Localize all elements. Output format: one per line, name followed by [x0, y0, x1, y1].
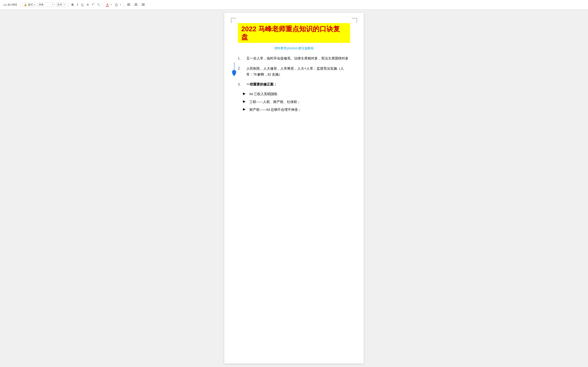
bullet-text-1: 04 三权入宪唱国歌 [250, 91, 277, 97]
divider-4 [124, 2, 124, 7]
format-label: 格式 [28, 3, 33, 6]
format-dropdown[interactable]: 🔒 格式 ▼ [23, 2, 36, 7]
svg-marker-0 [115, 3, 118, 6]
highlight-button[interactable] [114, 2, 119, 7]
align-left-button[interactable] [126, 2, 132, 7]
bullet-arrow-1: ▶ [243, 91, 248, 96]
format-chevron-icon: ▼ [33, 4, 35, 6]
list-content-3: 一些重要的修正案： [246, 81, 350, 87]
list-item: 2. 人民制宪，人大修宪，人常释宪，人大+人常：监督宪法实施（人常：78 解释，… [238, 65, 350, 77]
plus-sign: + [304, 66, 306, 70]
corner-bracket-tr [352, 18, 357, 23]
font-color-group: A ▼ [105, 2, 112, 7]
bullet-list: ▶ 04 三权入宪唱国歌 ▶ 三权——人权、财产权、社保权； ▶ 财产权——04… [243, 91, 350, 112]
divider-3 [103, 2, 103, 7]
list-num-2: 2. [238, 65, 246, 77]
list-num-3: 3. [238, 81, 246, 87]
book-icon: 📖 [3, 3, 7, 6]
font-size-label: 五号 [57, 3, 62, 6]
strikethrough-button[interactable]: S [86, 3, 90, 7]
list-content-2: 人民制宪，人大修宪，人常释宪，人大+人常：监督宪法实施（人常：78 解释，82 … [246, 65, 350, 77]
italic-button[interactable]: I [76, 3, 79, 7]
page: 2022 马峰老师重点知识的口诀复盘 资料整理@bilibili 酷宝超酷啦 1… [224, 13, 364, 364]
bullet-text-2: 三权——人权、财产权、社保权； [250, 99, 301, 104]
bold-button[interactable]: B [70, 3, 75, 7]
document-subtitle-block: 资料整理@bilibili 酷宝超酷啦 [238, 46, 350, 50]
font-chevron-icon: ▼ [52, 4, 53, 6]
list-content-1: 五一全人常，临时开会提修宪。法律主席相对多，宪法主席团绝对多 [246, 55, 350, 61]
read-mode-button[interactable]: 📖 进入阅读 [2, 2, 18, 7]
highlight-group: ▼ [114, 2, 122, 7]
content-list: 1. 五一全人常，临时开会提修宪。法律主席相对多，宪法主席团绝对多 2. 人民制… [238, 55, 350, 112]
align-center-button[interactable] [133, 2, 139, 7]
bullet-arrow-3: ▶ [243, 107, 248, 112]
corner-bracket-tl [231, 18, 236, 23]
font-size-dropdown[interactable]: 五号 ▼ [56, 2, 66, 7]
font-color-icon: A [106, 3, 108, 6]
bullet-item: ▶ 04 三权入宪唱国歌 [243, 91, 350, 97]
font-color-dropdown[interactable]: ▼ [110, 3, 112, 6]
document-title-block: 2022 马峰老师重点知识的口诀复盘 [238, 23, 350, 43]
bullet-arrow-2: ▶ [243, 99, 248, 104]
format-icon: 🔒 [24, 3, 27, 6]
document-title: 2022 马峰老师重点知识的口诀复盘 [241, 25, 340, 41]
cursor-drop [232, 70, 236, 76]
font-color-indicator [106, 6, 109, 7]
align-center-icon [134, 3, 138, 7]
bullet-item: ▶ 三权——人权、财产权、社保权； [243, 99, 350, 104]
align-right-button[interactable] [140, 2, 146, 7]
highlight-dropdown[interactable]: ▼ [119, 3, 122, 6]
bullet-item: ▶ 财产权——04 总纲不合理不神圣； [243, 107, 350, 112]
highlight-icon [114, 3, 118, 7]
read-mode-label: 进入阅读 [8, 3, 17, 6]
divider-1 [20, 2, 21, 7]
document-area: 2022 马峰老师重点知识的口诀复盘 资料整理@bilibili 酷宝超酷啦 1… [0, 9, 588, 367]
document-subtitle: 资料整理@bilibili 酷宝超酷啦 [274, 47, 314, 50]
underline-button[interactable]: U [80, 3, 85, 7]
list-item: 1. 五一全人常，临时开会提修宪。法律主席相对多，宪法主席团绝对多 [238, 55, 350, 61]
superscript-button[interactable]: T2 [91, 3, 95, 6]
font-name-dropdown[interactable]: 宋体 ▼ [38, 2, 55, 7]
bullet-text-3: 财产权——04 总纲不合理不神圣； [250, 107, 301, 112]
list-num-1: 1. [238, 55, 246, 61]
align-left-icon [127, 3, 131, 7]
align-right-icon [141, 3, 145, 7]
list-item: 3. 一些重要的修正案： [238, 81, 350, 87]
font-name-label: 宋体 [39, 3, 43, 6]
font-color-button[interactable]: A [105, 2, 110, 7]
toolbar: 📖 进入阅读 🔒 格式 ▼ 宋体 ▼ 五号 ▼ B I U S T2 T2 A [0, 0, 588, 9]
size-chevron-icon: ▼ [63, 4, 65, 6]
subscript-button[interactable]: T2 [96, 3, 101, 7]
